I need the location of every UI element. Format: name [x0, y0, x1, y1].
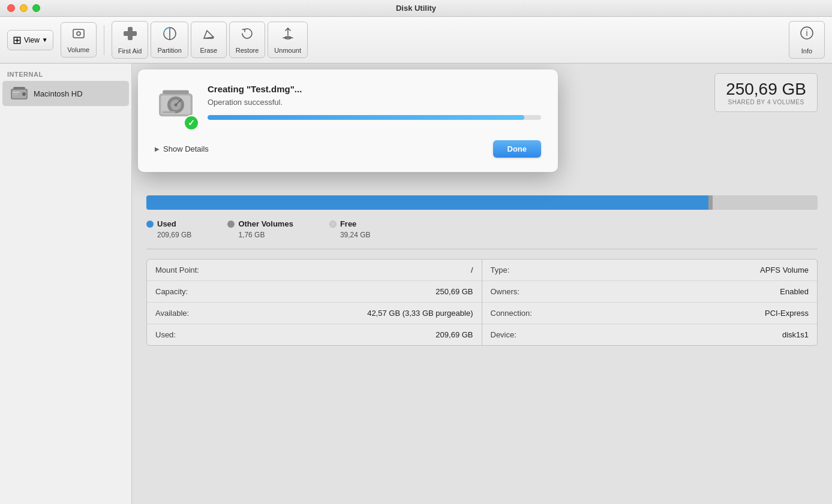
first-aid-button[interactable]: First Aid: [112, 21, 149, 59]
svg-rect-0: [73, 29, 84, 38]
show-details-label: Show Details: [163, 144, 209, 153]
restore-label: Restore: [236, 47, 259, 54]
main-layout: Internal Macintosh HD 250,69 GB SHARED B…: [0, 64, 832, 504]
dialog-icon-wrap: ✓: [155, 84, 197, 128]
done-button[interactable]: Done: [493, 140, 542, 158]
svg-rect-13: [13, 87, 25, 89]
info-button[interactable]: i Info: [789, 21, 825, 59]
volume-button[interactable]: Volume: [61, 22, 97, 58]
first-aid-icon: [122, 25, 139, 44]
traffic-lights: [7, 4, 40, 12]
info-icon: i: [799, 25, 815, 44]
partition-label: Partition: [157, 47, 181, 54]
title-bar: Disk Utility: [0, 0, 832, 17]
partition-button[interactable]: Partition: [151, 22, 188, 58]
unmount-label: Unmount: [274, 47, 301, 54]
chevron-down-icon: ▼: [42, 37, 48, 43]
svg-point-1: [77, 32, 80, 35]
content-area: 250,69 GB SHARED BY 4 VOLUMES Used 209,6: [132, 64, 832, 504]
view-icon: ⊞: [13, 34, 22, 47]
svg-rect-20: [162, 111, 175, 114]
svg-rect-12: [13, 94, 17, 95]
unmount-icon: [280, 26, 296, 44]
erase-button[interactable]: Erase: [191, 22, 227, 58]
dialog: ✓ Creating "Test.dmg"... Operation succe…: [138, 70, 558, 172]
restore-icon: [239, 26, 255, 44]
dialog-title: Creating "Test.dmg"...: [208, 84, 541, 94]
svg-rect-11: [13, 92, 20, 93]
sidebar-section-internal: Internal: [0, 68, 131, 80]
dialog-status: Operation successful.: [208, 98, 541, 107]
svg-rect-3: [124, 31, 137, 36]
first-aid-label: First Aid: [118, 47, 142, 55]
svg-text:i: i: [806, 28, 807, 38]
toolbar-separator: [104, 25, 104, 55]
minimize-button[interactable]: [20, 4, 28, 12]
unmount-button[interactable]: Unmount: [268, 22, 308, 58]
progress-bar-fill: [208, 115, 524, 120]
volume-label: Volume: [67, 46, 89, 53]
dialog-overlay: ✓ Creating "Test.dmg"... Operation succe…: [132, 64, 832, 504]
close-button[interactable]: [7, 4, 15, 12]
toolbar: ⊞ View ▼ Volume First Aid: [0, 17, 832, 64]
erase-label: Erase: [200, 47, 217, 54]
show-details-button[interactable]: ▶ Show Details: [155, 144, 209, 153]
svg-point-10: [22, 92, 26, 96]
restore-button[interactable]: Restore: [229, 22, 266, 58]
info-label: Info: [801, 47, 812, 55]
dialog-footer: ▶ Show Details Done: [155, 140, 541, 158]
dialog-content: ✓ Creating "Test.dmg"... Operation succe…: [155, 84, 541, 128]
maximize-button[interactable]: [32, 4, 40, 12]
disk-icon: [10, 84, 29, 103]
window-title: Disk Utility: [396, 4, 436, 13]
sidebar-disk-name: Macintosh HD: [34, 89, 83, 98]
sidebar: Internal Macintosh HD: [0, 64, 132, 504]
partition-icon: [162, 26, 178, 44]
view-label: View: [24, 36, 40, 44]
dialog-text: Creating "Test.dmg"... Operation success…: [208, 84, 541, 120]
sidebar-item-macintosh-hd[interactable]: Macintosh HD: [2, 81, 129, 106]
chevron-right-icon: ▶: [155, 146, 160, 152]
volume-icon: [71, 26, 86, 43]
progress-bar-bg: [208, 115, 541, 120]
success-badge: ✓: [184, 115, 199, 131]
svg-rect-21: [163, 90, 189, 94]
erase-icon: [201, 26, 217, 44]
view-button[interactable]: ⊞ View ▼: [7, 30, 53, 50]
